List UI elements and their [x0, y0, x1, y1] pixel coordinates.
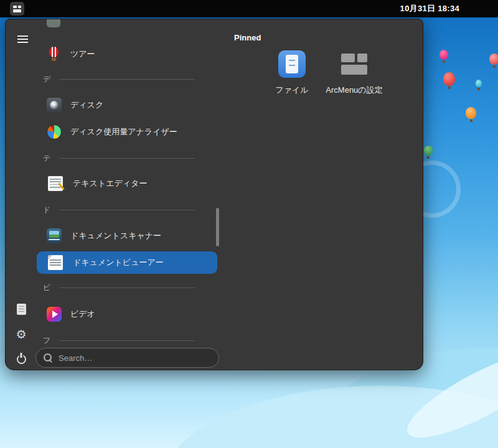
- section-divider: [59, 210, 195, 210]
- pinned-section-title: Pinned: [234, 33, 261, 42]
- tour-icon: [47, 47, 62, 62]
- power-icon: [17, 355, 26, 364]
- partially-scrolled-app-icon: [47, 19, 60, 27]
- app-item-videos[interactable]: ビデオ: [37, 303, 217, 325]
- search-icon: [44, 353, 53, 363]
- document-viewer-icon: [48, 255, 63, 270]
- scrollbar-thumb[interactable]: [216, 208, 219, 246]
- pinned-item-arcmenu-settings[interactable]: ArcMenuの設定: [324, 50, 384, 96]
- notes-shortcut-icon: [17, 304, 26, 315]
- arcmenu-panel: ⚙ ツアー デ ディスク ディスク使用量アナライザー: [5, 19, 423, 370]
- app-item-disks[interactable]: ディスク: [37, 94, 217, 116]
- menu-layout-button[interactable]: [14, 33, 31, 45]
- arcmenu-grid-icon: [13, 6, 21, 12]
- app-list: ツアー デ ディスク ディスク使用量アナライザー テ テキストエディター: [35, 19, 222, 345]
- files-icon: [278, 50, 306, 78]
- section-divider: [59, 79, 195, 80]
- balloon-decoration: [424, 146, 433, 156]
- app-item-text-editor[interactable]: テキストエディター: [37, 172, 217, 195]
- section-header-de: デ: [43, 74, 195, 84]
- top-bar: 10月31日 18:34: [0, 0, 498, 17]
- section-divider: [59, 340, 195, 341]
- document-scanner-icon: [47, 228, 62, 243]
- section-divider: [59, 158, 195, 159]
- section-header-bi: ビ: [43, 282, 195, 292]
- arcmenu-button[interactable]: [10, 2, 24, 16]
- app-item-disk-usage-analyzer[interactable]: ディスク使用量アナライザー: [37, 121, 217, 143]
- videos-icon: [47, 307, 62, 322]
- app-item-label: ディスク使用量アナライザー: [70, 126, 177, 138]
- clock[interactable]: 10月31日 18:34: [400, 0, 459, 17]
- app-item-document-scanner[interactable]: ドキュメントスキャナー: [37, 225, 217, 247]
- gear-icon: ⚙: [16, 329, 26, 340]
- pinned-item-files[interactable]: ファイル: [263, 50, 321, 96]
- section-divider: [59, 287, 195, 288]
- notes-shortcut-button[interactable]: [13, 302, 29, 317]
- balloon-decoration: [476, 80, 482, 87]
- app-item-label: ツアー: [70, 49, 95, 60]
- app-item-tour[interactable]: ツアー: [37, 43, 217, 65]
- pinned-item-label: ファイル: [275, 85, 308, 96]
- section-header-fu: フ: [43, 335, 195, 345]
- section-letter: フ: [43, 335, 50, 346]
- section-header-te: テ: [43, 153, 195, 163]
- app-item-label: ビデオ: [70, 309, 95, 320]
- search-bar[interactable]: [35, 348, 219, 368]
- arcmenu-settings-icon: [341, 50, 367, 78]
- app-item-label: ドキュメントビューアー: [73, 257, 164, 268]
- disk-usage-pie-icon: [47, 124, 62, 139]
- settings-button[interactable]: ⚙: [13, 327, 29, 342]
- balloon-decoration: [466, 107, 476, 119]
- app-item-document-viewer[interactable]: ドキュメントビューアー: [37, 251, 217, 274]
- search-input[interactable]: [59, 353, 211, 363]
- section-header-do: ド: [43, 205, 195, 215]
- balloon-decoration: [439, 50, 448, 60]
- section-letter: デ: [43, 74, 50, 85]
- app-item-label: テキストエディター: [73, 178, 147, 189]
- section-letter: テ: [43, 153, 50, 164]
- hamburger-icon: [17, 35, 28, 43]
- app-item-label: ドキュメントスキャナー: [70, 230, 161, 241]
- app-item-label: ディスク: [70, 100, 103, 111]
- desktop: 10月31日 18:34 ⚙ ツアー デ: [0, 0, 498, 448]
- disks-icon: [47, 98, 62, 113]
- text-editor-icon: [48, 176, 63, 191]
- pinned-item-label: ArcMenuの設定: [326, 85, 382, 96]
- balloon-decoration: [489, 54, 498, 65]
- balloon-decoration: [443, 72, 455, 86]
- section-letter: ビ: [43, 282, 50, 293]
- power-button[interactable]: [13, 352, 29, 366]
- section-letter: ド: [43, 205, 50, 215]
